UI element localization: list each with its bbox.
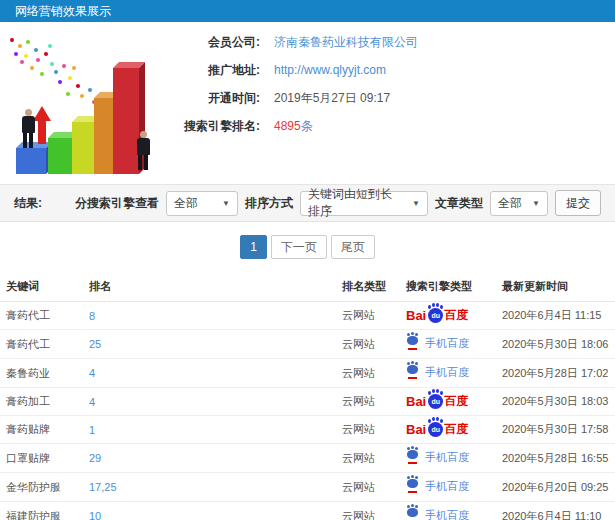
rank-link[interactable]: 25 <box>89 338 101 350</box>
rank-link[interactable]: 4 <box>89 396 95 408</box>
engine-cell: Bai du 百度 <box>402 416 498 444</box>
rank-type-cell: 云网站 <box>338 502 402 520</box>
article-filter-value: 全部 <box>498 195 522 212</box>
table-row: 膏药加工 4 云网站 Bai du 百度 2020年5月30日 18:03 <box>0 388 615 416</box>
baidu-logo-text-cn: 百度 <box>444 393 468 410</box>
baidu-logo-text-bai: Bai <box>406 308 426 323</box>
caret-down-icon: ▼ <box>532 199 540 208</box>
last-page-button[interactable]: 尾页 <box>331 235 375 259</box>
mobile-baidu-paw-icon <box>406 364 420 380</box>
col-header-rank-type: 排名类型 <box>338 271 402 302</box>
mobile-baidu-logo: 手机百度 <box>406 478 469 494</box>
col-header-rank: 排名 <box>85 271 338 302</box>
engine-cell: 手机百度 <box>402 473 498 502</box>
page-button-1[interactable]: 1 <box>240 235 267 259</box>
open-time-value: 2019年5月27日 09:17 <box>274 90 390 107</box>
company-label: 会员公司: <box>172 34 260 51</box>
baidu-paw-icon: du <box>428 308 443 323</box>
account-details: 会员公司: 济南秦鲁药业科技有限公司 推广地址: http://www.qlyy… <box>172 30 615 180</box>
rank-link[interactable]: 17,25 <box>89 481 117 493</box>
rank-cell: 4 <box>85 388 338 416</box>
rank-link[interactable]: 29 <box>89 452 101 464</box>
caret-down-icon: ▼ <box>412 199 420 208</box>
baidu-logo: Bai du 百度 <box>406 393 468 410</box>
next-page-button[interactable]: 下一页 <box>271 235 327 259</box>
filter-controls: 分搜索引擎查看 全部 ▼ 排序方式 关键词由短到长排序 ▼ 文章类型 全部 ▼ … <box>75 190 601 216</box>
updated-cell: 2020年5月30日 18:06 <box>498 330 615 359</box>
rank-type-cell: 云网站 <box>338 416 402 444</box>
keyword-cell: 金华防护服 <box>0 473 85 502</box>
keyword-cell: 秦鲁药业 <box>0 359 85 388</box>
rank-link[interactable]: 8 <box>89 310 95 322</box>
rank-link[interactable]: 10 <box>89 510 101 520</box>
rank-cell: 29 <box>85 444 338 473</box>
mobile-baidu-paw-icon <box>406 335 420 351</box>
table-row: 膏药代工 8 云网站 Bai du 百度 2020年6月4日 11:15 <box>0 302 615 330</box>
updated-cell: 2020年5月30日 17:58 <box>498 416 615 444</box>
submit-button[interactable]: 提交 <box>555 190 601 216</box>
sort-filter-select[interactable]: 关键词由短到长排序 ▼ <box>300 191 428 216</box>
mobile-baidu-logo: 手机百度 <box>406 449 469 465</box>
mobile-baidu-label: 手机百度 <box>425 508 469 520</box>
engine-rank-value: 4895条 <box>274 118 313 135</box>
rank-cell: 25 <box>85 330 338 359</box>
illustration-bar-green <box>48 138 75 174</box>
engine-filter-select[interactable]: 全部 ▼ <box>166 191 238 216</box>
engine-cell: Bai du 百度 <box>402 302 498 330</box>
result-label: 结果: <box>14 195 42 212</box>
promotion-url-link[interactable]: http://www.qlyyjt.com <box>274 62 386 79</box>
rank-cell: 1 <box>85 416 338 444</box>
mobile-baidu-logo: 手机百度 <box>406 364 469 380</box>
table-header-row: 关键词 排名 排名类型 搜索引擎类型 最新更新时间 <box>0 271 615 302</box>
rank-type-cell: 云网站 <box>338 359 402 388</box>
mobile-baidu-logo: 手机百度 <box>406 507 469 520</box>
up-arrow-icon <box>33 106 51 146</box>
pagination: 1 下一页 尾页 <box>0 235 615 259</box>
table-row: 金华防护服 17,25 云网站 手机百度 2020年6月20日 09:25 <box>0 473 615 502</box>
article-filter-select[interactable]: 全部 ▼ <box>490 191 548 216</box>
rank-type-cell: 云网站 <box>338 473 402 502</box>
updated-cell: 2020年5月28日 17:02 <box>498 359 615 388</box>
table-row: 膏药代工 25 云网站 手机百度 2020年5月30日 18:06 <box>0 330 615 359</box>
businessman-figure-right <box>136 131 150 170</box>
engine-cell: 手机百度 <box>402 359 498 388</box>
rank-type-cell: 云网站 <box>338 302 402 330</box>
keyword-cell: 膏药代工 <box>0 302 85 330</box>
illustration-bar-blue <box>16 148 46 174</box>
mobile-baidu-label: 手机百度 <box>425 450 469 465</box>
rank-cell: 17,25 <box>85 473 338 502</box>
rank-cell: 8 <box>85 302 338 330</box>
col-header-engine-type: 搜索引擎类型 <box>402 271 498 302</box>
keyword-cell: 膏药加工 <box>0 388 85 416</box>
businessman-figure-left <box>21 109 35 148</box>
company-link[interactable]: 济南秦鲁药业科技有限公司 <box>274 34 418 51</box>
sort-filter-value: 关键词由短到长排序 <box>308 186 402 220</box>
col-header-updated: 最新更新时间 <box>498 271 615 302</box>
results-table-body: 膏药代工 8 云网站 Bai du 百度 2020年6月4日 11:15 膏药代… <box>0 302 615 520</box>
open-time-row: 开通时间: 2019年5月27日 09:17 <box>172 90 615 107</box>
updated-cell: 2020年6月20日 09:25 <box>498 473 615 502</box>
rank-link[interactable]: 4 <box>89 367 95 379</box>
engine-filter-label: 分搜索引擎查看 <box>75 195 159 212</box>
keyword-cell: 膏药代工 <box>0 330 85 359</box>
baidu-paw-icon: du <box>428 394 443 409</box>
rank-link[interactable]: 1 <box>89 424 95 436</box>
baidu-paw-icon: du <box>428 422 443 437</box>
chart-illustration <box>0 30 172 182</box>
engine-filter-value: 全部 <box>174 195 198 212</box>
open-time-label: 开通时间: <box>172 90 260 107</box>
updated-cell: 2020年6月4日 11:15 <box>498 302 615 330</box>
engine-cell: 手机百度 <box>402 330 498 359</box>
baidu-logo-text-cn: 百度 <box>444 421 468 438</box>
engine-cell: 手机百度 <box>402 444 498 473</box>
confetti-decoration <box>10 38 14 42</box>
keyword-cell: 口罩贴牌 <box>0 444 85 473</box>
mobile-baidu-logo: 手机百度 <box>406 335 469 351</box>
sort-filter-label: 排序方式 <box>245 195 293 212</box>
promotion-url-row: 推广地址: http://www.qlyyjt.com <box>172 62 615 79</box>
table-row: 秦鲁药业 4 云网站 手机百度 2020年5月28日 17:02 <box>0 359 615 388</box>
updated-cell: 2020年6月4日 11:10 <box>498 502 615 520</box>
rank-cell: 4 <box>85 359 338 388</box>
engine-cell: 手机百度 <box>402 502 498 520</box>
rank-type-cell: 云网站 <box>338 330 402 359</box>
